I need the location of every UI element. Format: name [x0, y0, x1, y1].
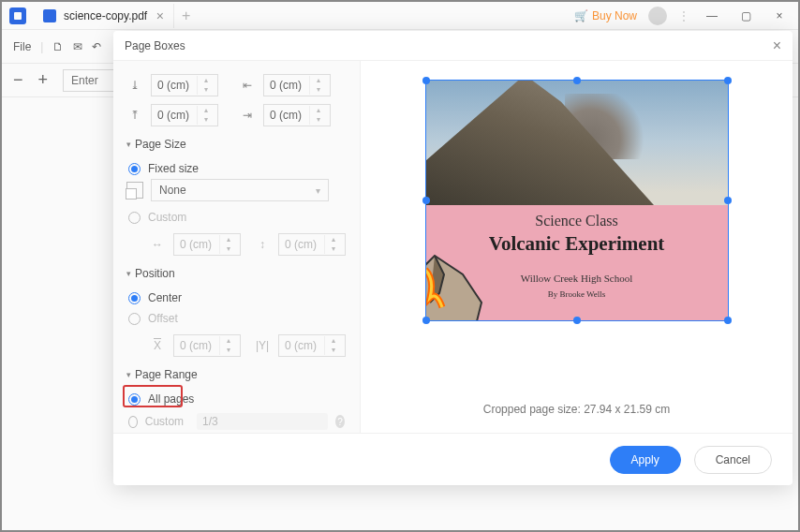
margin-top-icon: ⤓	[126, 77, 143, 94]
custom-size-label: Custom	[148, 211, 186, 224]
page-boxes-dialog: Page Boxes × ⤓ ▴▾ ⤒ ▴▾	[113, 31, 793, 485]
height-icon: ↕	[254, 236, 271, 253]
margin-bottom-input[interactable]: ▴▾	[151, 104, 218, 126]
cancel-button[interactable]: Cancel	[694, 446, 772, 474]
dialog-close-button[interactable]: ×	[773, 37, 781, 54]
radio-icon	[128, 163, 141, 175]
crop-handle-tr[interactable]	[724, 77, 732, 84]
page-preview[interactable]: Science Class Volcanic Experiment Willow…	[425, 80, 729, 321]
width-icon: ↔	[149, 236, 166, 253]
page-size-icon	[126, 182, 143, 199]
custom-size-radio[interactable]: Custom	[126, 207, 347, 228]
page-range-header[interactable]: ▾Page Range	[126, 368, 347, 381]
page-size-select[interactable]: None ▾	[151, 179, 329, 201]
radio-icon	[128, 313, 141, 325]
fixed-size-radio[interactable]: Fixed size	[126, 158, 347, 179]
x-offset-icon: X	[149, 337, 166, 354]
all-pages-radio[interactable]: All pages	[126, 389, 347, 409]
radio-icon	[128, 416, 138, 428]
crop-handle-ml[interactable]	[422, 197, 430, 204]
margin-left-icon: ⇤	[239, 77, 256, 94]
margin-right-input[interactable]: ▴▾	[263, 104, 331, 126]
dialog-sidebar: ⤓ ▴▾ ⤒ ▴▾ ⇤ ▴▾ ⇥	[113, 61, 361, 433]
cropped-size-label: Cropped page size: 27.94 x 21.59 cm	[383, 403, 770, 416]
radio-icon	[128, 292, 141, 304]
crop-handle-tm[interactable]	[573, 77, 581, 84]
margin-top-input[interactable]: ▴▾	[151, 74, 218, 96]
y-offset-input: ▴▾	[278, 334, 346, 357]
crop-handle-tl[interactable]	[422, 77, 430, 84]
crop-handle-mr[interactable]	[724, 197, 732, 204]
apply-button[interactable]: Apply	[610, 446, 681, 474]
preview-pane: Science Class Volcanic Experiment Willow…	[361, 61, 793, 433]
radio-icon	[128, 212, 141, 224]
chevron-down-icon: ▾	[316, 185, 320, 196]
help-icon[interactable]: ?	[335, 415, 345, 428]
radio-icon	[128, 393, 141, 406]
dialog-title: Page Boxes	[125, 39, 185, 52]
custom-range-radio[interactable]: Custom 1/3 ?	[126, 409, 347, 433]
center-radio[interactable]: Center	[126, 288, 347, 308]
position-header[interactable]: ▾Position	[126, 267, 347, 280]
crop-handle-bm[interactable]	[573, 317, 581, 324]
crop-handle-br[interactable]	[724, 317, 732, 324]
dialog-footer: Apply Cancel	[113, 433, 793, 485]
custom-range-label: Custom	[145, 415, 184, 428]
fixed-size-label: Fixed size	[148, 162, 199, 175]
margin-right-icon: ⇥	[239, 107, 256, 124]
offset-radio[interactable]: Offset	[126, 308, 347, 329]
height-input: ▴▾	[278, 233, 346, 256]
margin-bottom-icon: ⤒	[126, 107, 143, 124]
y-offset-icon: |Y|	[254, 337, 271, 354]
custom-range-input: 1/3	[197, 413, 328, 430]
all-pages-label: All pages	[148, 392, 194, 406]
crop-handle-bl[interactable]	[422, 317, 430, 324]
crop-frame[interactable]	[425, 80, 729, 321]
offset-label: Offset	[148, 312, 178, 325]
page-size-header[interactable]: ▾Page Size	[126, 138, 347, 151]
page-size-value: None	[159, 184, 186, 197]
margin-left-input[interactable]: ▴▾	[263, 74, 331, 96]
x-offset-input: ▴▾	[173, 334, 241, 357]
dialog-header: Page Boxes ×	[113, 31, 793, 61]
center-label: Center	[148, 291, 182, 304]
width-input: ▴▾	[173, 233, 241, 256]
